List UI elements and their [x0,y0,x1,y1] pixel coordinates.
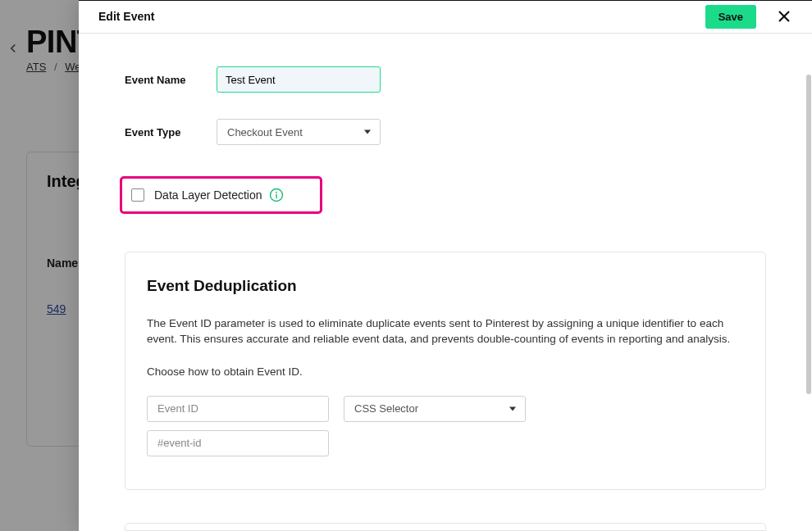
close-icon [778,10,791,23]
event-name-label: Event Name [125,74,194,86]
breadcrumb-separator: / [54,61,57,73]
close-button[interactable] [774,7,794,26]
back-chevron-icon[interactable] [8,40,18,57]
css-selector-value-input[interactable] [147,430,329,456]
info-icon[interactable] [269,188,284,202]
data-layer-detection-label: Data Layer Detection [154,188,262,202]
modal-header: Edit Event Save [79,0,812,34]
next-section-card [125,523,766,531]
scrollbar-thumb[interactable] [806,75,811,394]
data-layer-detection-checkbox[interactable] [131,188,144,202]
event-type-select[interactable]: Checkout Event [217,119,381,145]
event-type-value: Checkout Event [227,126,303,138]
save-button[interactable]: Save [705,5,756,29]
event-name-input[interactable] [217,66,381,93]
event-deduplication-card: Event Deduplication The Event ID paramet… [125,252,766,490]
svg-rect-4 [276,194,276,198]
event-type-row: Event Type Checkout Event [125,119,766,145]
modal-body: Event Name Event Type Checkout Event Dat… [79,34,812,531]
event-id-source-value: CSS Selector [354,402,418,415]
svg-point-3 [276,192,277,193]
modal-top-border [79,0,812,1]
scrollbar-track[interactable] [805,34,812,531]
breadcrumb-ats[interactable]: ATS [26,61,46,73]
dedupe-heading: Event Deduplication [147,277,744,295]
dedupe-prompt: Choose how to obtain Event ID. [147,365,744,378]
dedupe-description: The Event ID parameter is used to elimin… [147,316,744,347]
event-name-row: Event Name [125,66,766,93]
event-id-input[interactable] [147,396,329,422]
chevron-down-icon [364,130,371,134]
data-layer-detection-group: Data Layer Detection [120,176,322,214]
modal-title: Edit Event [98,10,705,23]
chevron-down-icon [509,406,516,411]
event-id-source-select[interactable]: CSS Selector [344,396,526,422]
edit-event-modal: Edit Event Save Event Name Event Type Ch… [79,0,812,531]
event-type-label: Event Type [125,126,194,138]
